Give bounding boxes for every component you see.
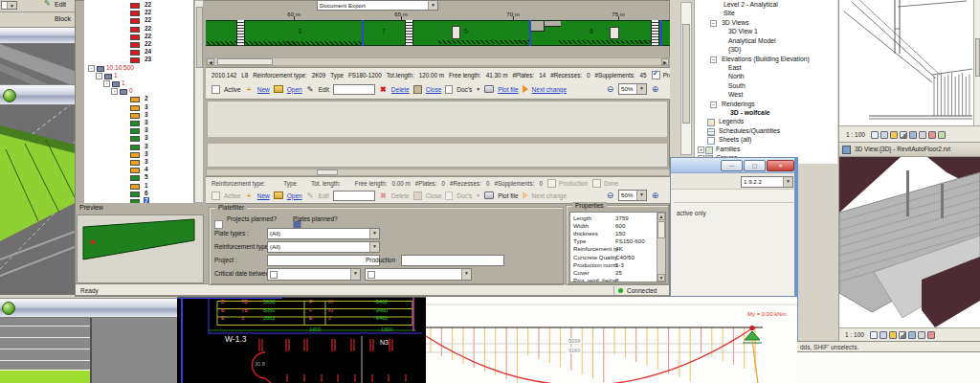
shadows-icon[interactable] (899, 331, 906, 339)
property-row[interactable]: Prot. reinf. below0 (570, 277, 657, 282)
search-input[interactable] (333, 84, 375, 95)
reinforcement-types-combo[interactable]: (All)▼ (267, 241, 380, 253)
chevron-down-icon[interactable]: ▼ (369, 242, 379, 252)
scroll-right-icon[interactable]: ▶ (661, 58, 669, 65)
tree-item[interactable]: 7 (84, 198, 193, 203)
browser-item[interactable]: South (695, 83, 837, 92)
left-app-combo[interactable]: ▼ (1, 1, 17, 10)
render-icon[interactable] (928, 131, 936, 139)
properties-list[interactable]: Length3759Width600thickness150TypeFS150-… (569, 212, 666, 282)
next-change-button[interactable]: Next change (532, 86, 568, 93)
crop-region-icon[interactable] (919, 131, 926, 139)
scrollbar-thumb[interactable] (657, 221, 665, 238)
close-button[interactable]: Close (426, 86, 442, 93)
crop-view-icon[interactable] (908, 331, 916, 339)
crop-region-icon[interactable] (918, 331, 925, 339)
production-input[interactable] (401, 255, 504, 266)
critical-date-from[interactable]: ▼ (267, 268, 361, 281)
close-button[interactable]: × (767, 160, 794, 171)
plate-types-combo[interactable]: (All)▼ (267, 228, 380, 239)
plot-file-button[interactable]: Plot file (498, 86, 518, 93)
wireframe-view[interactable]: 1 : 100 (838, 0, 980, 143)
collapse-icon[interactable]: - (96, 73, 102, 79)
browser-item[interactable]: East (695, 65, 837, 74)
scale-label[interactable]: 1 : 100 (846, 131, 865, 138)
expand-icon[interactable]: + (698, 146, 704, 153)
chevron-down-icon[interactable]: ▼ (636, 84, 646, 94)
view3d-titlebar[interactable]: 3D View:{3D} - RevitAutoFloor2.rvt (839, 143, 980, 157)
plot-file-button[interactable]: Plot file (498, 192, 518, 199)
chevron-down-icon[interactable]: ▼ (636, 191, 646, 200)
zoom-out-icon[interactable]: ⊖ (606, 85, 614, 94)
browser-scrollbar[interactable] (680, 2, 692, 155)
scroll-up-icon[interactable]: ▲ (657, 213, 665, 220)
chevron-down-icon[interactable]: ▼ (7, 2, 16, 9)
property-row[interactable]: Length3759 (570, 214, 657, 222)
projects-planned-checkbox[interactable] (214, 220, 223, 229)
list-scrollbar[interactable] (206, 169, 670, 176)
maximize-button[interactable]: ▢ (744, 160, 766, 171)
zoom-out-icon[interactable]: ⊖ (606, 192, 614, 200)
scrollbar-thumb[interactable] (975, 38, 980, 77)
render-icon[interactable] (927, 331, 935, 339)
globe-icon[interactable] (3, 89, 16, 102)
browser-item[interactable]: 3D - wolfcale (695, 110, 837, 119)
collapse-icon[interactable]: - (111, 88, 118, 95)
zoom-level-combo[interactable]: 50%▼ (618, 190, 647, 201)
browser-item[interactable]: Site (695, 11, 837, 19)
browser-item[interactable]: Schedules/Quantities (695, 128, 837, 137)
chevron-down-icon[interactable]: ▼ (350, 269, 360, 280)
browser-item[interactable]: −3D Views (695, 20, 837, 29)
scrollbar-thumb[interactable] (317, 169, 338, 175)
scroll-left-icon[interactable]: ◀ (207, 58, 214, 65)
new-button[interactable]: New (257, 192, 270, 199)
detail-level-icon[interactable] (870, 331, 878, 339)
browser-item[interactable]: Level 2 - Analytical (695, 2, 837, 11)
property-row[interactable]: Production numb1-3 (570, 261, 657, 269)
visual-style-icon[interactable] (880, 131, 888, 139)
property-row[interactable]: Width600 (570, 222, 657, 230)
active-checkbox[interactable] (212, 85, 220, 94)
date-enable-checkbox[interactable] (368, 271, 375, 279)
scrollbar-thumb[interactable] (196, 7, 203, 68)
scrollbar-thumb[interactable] (217, 58, 273, 65)
new-button[interactable]: New (257, 86, 270, 93)
sun-path-icon[interactable] (890, 131, 898, 139)
property-row[interactable]: thickness150 (570, 230, 657, 237)
zoom-in-icon[interactable]: ⊕ (651, 192, 659, 200)
docs-button[interactable]: Doc's (457, 86, 472, 93)
browser-item[interactable]: West (695, 92, 837, 101)
project-input[interactable] (267, 255, 380, 266)
sun-path-icon[interactable] (889, 331, 897, 339)
edit-button[interactable]: Edit (319, 86, 329, 93)
collapse-icon[interactable]: - (103, 80, 110, 87)
property-row[interactable]: Reinforcement ty4K (570, 245, 657, 253)
chevron-down-icon[interactable]: ▼ (428, 1, 437, 10)
delete-button[interactable]: Delete (391, 86, 410, 93)
cad-canvas[interactable]: BTB5038FKI-9460BTB5050FKI-9460E32002E2-9… (177, 297, 426, 383)
tool-window-titlebar[interactable]: — ▢ × (671, 158, 796, 173)
chevron-down-icon[interactable]: ▼ (369, 229, 379, 238)
minimize-button[interactable]: — (721, 160, 743, 171)
edit-button[interactable]: Edit (55, 1, 66, 8)
left-3d-viewport[interactable] (0, 44, 75, 295)
view-scrollbar[interactable] (973, 0, 980, 125)
property-row[interactable]: Cover25 (570, 269, 657, 277)
date-enable-checkbox[interactable] (270, 271, 278, 279)
scrollbar-thumb[interactable] (682, 24, 690, 124)
crop-view-icon[interactable] (909, 131, 917, 139)
analysis-canvas[interactable]: 5039 9160 My = 0.00 kNm (426, 297, 797, 383)
tree-scrollbar[interactable] (194, 0, 204, 203)
property-row[interactable]: Concrete QualityC40/50 (570, 254, 657, 261)
view3d-canvas[interactable] (839, 157, 980, 327)
critical-date-to[interactable]: ▼ (365, 268, 472, 281)
collapse-icon[interactable]: - (88, 65, 95, 72)
production-checkbox[interactable]: ✓ (652, 71, 660, 79)
chevron-down-icon[interactable]: ▼ (476, 86, 480, 92)
plate-list-area[interactable] (207, 101, 668, 168)
browser-item[interactable]: Analytical Model (695, 38, 837, 47)
bars-scrollbar[interactable]: ◀ ▶ (206, 57, 670, 66)
open-button[interactable]: Open (287, 86, 302, 93)
scroll-down-icon[interactable]: ▼ (657, 274, 665, 282)
search-input[interactable] (333, 191, 375, 201)
